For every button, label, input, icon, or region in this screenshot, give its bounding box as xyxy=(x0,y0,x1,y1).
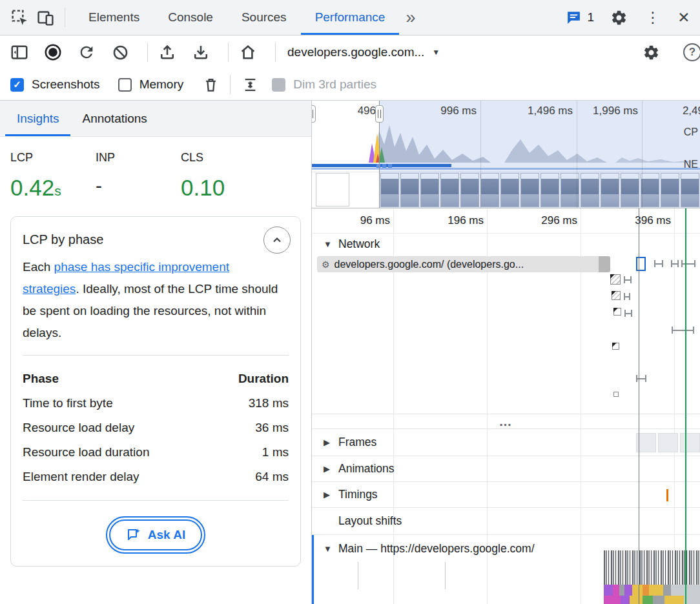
screenshots-checkbox-group[interactable]: ✓ Screenshots xyxy=(10,77,100,92)
overview-gridline xyxy=(577,101,577,208)
track-timings[interactable]: ▶ Timings xyxy=(312,482,700,508)
sidebar-tabs: Insights Annotations xyxy=(0,101,311,137)
triangle-expanded-icon[interactable]: ▼ xyxy=(324,544,333,554)
network-request-box[interactable] xyxy=(613,308,621,316)
collect-garbage-icon[interactable] xyxy=(198,72,223,97)
table-row: Time to first byte318 ms xyxy=(23,391,289,416)
caret-down-icon: ▼ xyxy=(432,48,440,57)
request-timing-box[interactable] xyxy=(636,257,646,271)
frame-thumbnail xyxy=(658,433,678,452)
tab-annotations[interactable]: Annotations xyxy=(70,101,158,136)
issues-count: 1 xyxy=(587,10,594,25)
flame-chart-tick xyxy=(358,562,358,589)
gear-icon: ⚙ xyxy=(322,259,330,270)
tab-performance[interactable]: Performance xyxy=(301,0,400,35)
request-whisker xyxy=(654,260,663,267)
check-icon: ✓ xyxy=(13,79,21,90)
issues-counter[interactable]: 1 xyxy=(566,10,594,26)
home-icon[interactable] xyxy=(235,39,261,65)
history-selector[interactable]: developers.google.com... ▼ xyxy=(282,45,445,59)
tab-console[interactable]: Console xyxy=(154,0,227,35)
collapse-tracks-icon[interactable] xyxy=(237,72,263,97)
selection-handle-right[interactable] xyxy=(375,105,384,123)
network-request-box[interactable] xyxy=(613,392,619,397)
settings-gear-icon[interactable] xyxy=(606,5,632,30)
more-tabs-icon[interactable]: » xyxy=(399,8,422,28)
memory-checkbox-group[interactable]: Memory xyxy=(118,77,184,92)
network-request-box[interactable] xyxy=(612,291,621,300)
network-request-box[interactable] xyxy=(612,343,619,350)
track-network[interactable]: ▼ Network xyxy=(312,233,700,255)
inspect-element-icon[interactable] xyxy=(6,5,32,30)
upload-profile-icon[interactable] xyxy=(154,39,180,65)
overview-gridline xyxy=(480,101,481,208)
device-toolbar-icon[interactable] xyxy=(32,5,58,30)
grid-ruler-label: 396 ms xyxy=(635,214,671,227)
selection-handle-left[interactable] xyxy=(312,105,316,123)
request-whisker xyxy=(624,293,630,300)
memory-checkbox[interactable] xyxy=(118,78,132,92)
track-resizer[interactable]: … xyxy=(312,414,700,429)
screenshots-checkbox[interactable]: ✓ xyxy=(10,78,24,92)
network-request[interactable]: ⚙ developers.google.com/ (developers.go.… xyxy=(317,256,610,272)
capture-options-bar: ✓ Screenshots Memory Dim 3rd parties xyxy=(0,69,700,101)
screenshot-thumbnail xyxy=(540,173,559,207)
timeline-detail-grid[interactable]: 96 ms 196 ms 296 ms 396 ms ▼ Network ⚙ d… xyxy=(312,208,700,604)
track-frames[interactable]: ▶ Frames xyxy=(312,429,700,456)
overview-gridline xyxy=(642,101,643,208)
metric-value: 0.10 xyxy=(181,175,266,201)
toggle-sidebar-icon[interactable] xyxy=(6,39,32,65)
insights-sidebar: Insights Annotations LCP 0.42s INP - CLS… xyxy=(0,101,312,604)
screenshot-thumbnail xyxy=(480,173,499,207)
metric-lcp: LCP 0.42s xyxy=(10,151,96,201)
help-icon[interactable]: ? xyxy=(683,43,700,61)
triangle-expanded-icon[interactable]: ▼ xyxy=(324,239,333,249)
screenshot-thumbnail xyxy=(400,173,419,207)
chat-bubble-icon xyxy=(566,10,582,26)
ask-ai-button[interactable]: Ask AI xyxy=(109,519,202,550)
tab-sources[interactable]: Sources xyxy=(227,0,301,35)
metric-label: LCP xyxy=(10,151,96,165)
overview-ruler-label: 996 ms xyxy=(440,105,477,117)
frame-thumbnail xyxy=(680,433,700,452)
collapse-card-button[interactable] xyxy=(263,226,291,254)
record-and-reload-icon[interactable] xyxy=(74,39,99,65)
screenshot-thumbnail xyxy=(380,173,399,207)
tab-insights[interactable]: Insights xyxy=(5,101,70,136)
track-label: Network xyxy=(338,237,380,251)
lcp-marker-line xyxy=(685,208,686,604)
download-profile-icon[interactable] xyxy=(188,39,214,65)
metric-label: CLS xyxy=(181,151,266,165)
request-whisker xyxy=(681,260,695,267)
track-layout-shifts[interactable]: Layout shifts xyxy=(312,508,700,535)
timeline-overview[interactable]: 496 996 ms 1,496 ms 1,996 ms 2,49 CP NE xyxy=(312,101,700,208)
phase-table-header: PhaseDuration xyxy=(23,367,289,391)
dim-3rd-parties-checkbox xyxy=(272,78,285,92)
timing-marker xyxy=(666,489,668,501)
chevron-up-icon xyxy=(271,234,283,247)
request-truncation-cap xyxy=(599,256,610,272)
network-request-box[interactable] xyxy=(610,274,621,285)
screenshot-thumbnail xyxy=(420,173,439,207)
capture-settings-gear-icon[interactable] xyxy=(638,39,664,65)
kebab-menu-icon[interactable]: ⋮ xyxy=(643,9,663,26)
ask-ai-label: Ask AI xyxy=(148,528,185,542)
performance-panel-content: Insights Annotations LCP 0.42s INP - CLS… xyxy=(0,101,700,604)
tab-elements[interactable]: Elements xyxy=(74,0,154,35)
close-devtools-icon[interactable]: ✕ xyxy=(674,9,694,26)
dim-3rd-parties-label: Dim 3rd parties xyxy=(293,77,376,92)
table-row: Resource load duration1 ms xyxy=(23,440,289,465)
triangle-collapsed-icon[interactable]: ▶ xyxy=(324,464,333,474)
divider xyxy=(275,43,276,62)
overview-ruler-label: 2,49 xyxy=(683,105,700,117)
record-icon[interactable] xyxy=(40,39,66,65)
track-animations[interactable]: ▶ Animations xyxy=(312,456,700,482)
triangle-collapsed-icon[interactable]: ▶ xyxy=(324,490,333,499)
track-label: Frames xyxy=(338,436,376,449)
divider xyxy=(230,75,231,94)
track-label: Main — https://developers.google.com/ xyxy=(338,542,535,556)
divider xyxy=(23,500,289,501)
track-label: Timings xyxy=(338,488,378,501)
triangle-collapsed-icon[interactable]: ▶ xyxy=(324,438,333,447)
clear-icon[interactable] xyxy=(107,39,133,65)
